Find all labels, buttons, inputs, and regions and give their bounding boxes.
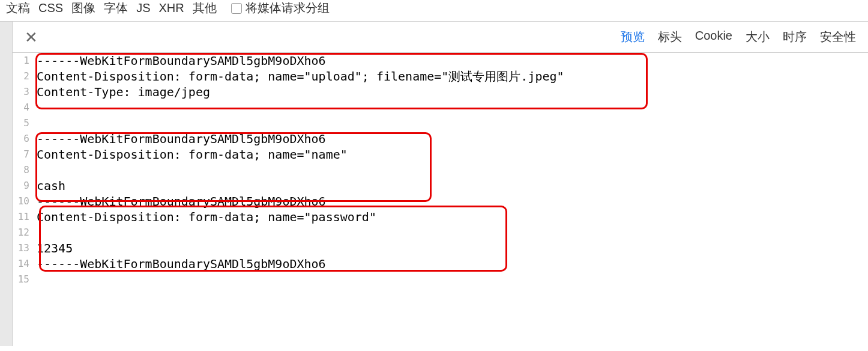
line-number: 1 [13, 53, 37, 69]
filter-css[interactable]: CSS [38, 1, 63, 15]
line-content: Content-Disposition: form-data; name="pa… [37, 209, 868, 225]
line-number: 11 [13, 209, 37, 225]
line-number: 3 [13, 84, 37, 100]
tab-security[interactable]: 安全性 [820, 29, 856, 45]
line-content: 12345 [37, 240, 868, 256]
line-content [37, 115, 868, 131]
filter-images[interactable]: 图像 [71, 0, 95, 16]
line-content: Content-Disposition: form-data; name="na… [37, 147, 868, 162]
detail-header: ✕ 预览 标头 Cookie 大小 时序 安全性 [13, 22, 868, 53]
tab-headers[interactable]: 标头 [658, 29, 682, 45]
code-line: 3Content-Type: image/jpeg [13, 84, 868, 100]
code-line: 1312345 [13, 240, 868, 256]
code-line: 14------WebKitFormBoundarySAMDl5gbM9oDXh… [13, 256, 868, 272]
line-content: ------WebKitFormBoundarySAMDl5gbM9oDXho6 [37, 131, 868, 147]
group-media-checkbox[interactable]: 将媒体请求分组 [231, 0, 330, 16]
code-table: 1------WebKitFormBoundarySAMDl5gbM9oDXho… [13, 53, 868, 287]
line-content: ------WebKitFormBoundarySAMDl5gbM9oDXho6 [37, 256, 868, 272]
line-number: 13 [13, 240, 37, 256]
line-content [37, 225, 868, 240]
line-number: 7 [13, 147, 37, 162]
tab-preview[interactable]: 预览 [621, 29, 645, 45]
detail-tabs: 预览 标头 Cookie 大小 时序 安全性 [621, 29, 856, 45]
line-content [37, 272, 868, 287]
line-number: 15 [13, 272, 37, 287]
code-line: 9cash [13, 178, 868, 194]
line-number: 4 [13, 100, 37, 115]
code-line: 10------WebKitFormBoundarySAMDl5gbM9oDXh… [13, 194, 868, 209]
line-number: 12 [13, 225, 37, 240]
code-line: 12 [13, 225, 868, 240]
code-line: 6------WebKitFormBoundarySAMDl5gbM9oDXho… [13, 131, 868, 147]
checkbox-icon [231, 3, 242, 14]
line-content [37, 100, 868, 115]
request-list-gutter[interactable] [0, 22, 12, 346]
line-number: 9 [13, 178, 37, 194]
line-number: 10 [13, 194, 37, 209]
filter-xhr[interactable]: XHR [158, 1, 184, 15]
code-line: 2Content-Disposition: form-data; name="u… [13, 69, 868, 84]
filter-bar: 文稿 CSS 图像 字体 JS XHR 其他 将媒体请求分组 [0, 0, 868, 22]
filter-js[interactable]: JS [136, 1, 150, 15]
line-number: 8 [13, 162, 37, 178]
filter-documents[interactable]: 文稿 [6, 0, 30, 16]
code-line: 5 [13, 115, 868, 131]
code-line: 4 [13, 100, 868, 115]
code-line: 1------WebKitFormBoundarySAMDl5gbM9oDXho… [13, 53, 868, 69]
code-line: 15 [13, 272, 868, 287]
group-media-label: 将媒体请求分组 [246, 0, 330, 16]
filter-other[interactable]: 其他 [193, 0, 217, 16]
detail-panel: ✕ 预览 标头 Cookie 大小 时序 安全性 1------WebKitFo… [12, 22, 868, 346]
code-line: 7Content-Disposition: form-data; name="n… [13, 147, 868, 162]
line-content: Content-Disposition: form-data; name="up… [37, 69, 868, 84]
tab-cookie[interactable]: Cookie [695, 29, 732, 45]
line-content: cash [37, 178, 868, 194]
tab-size[interactable]: 大小 [746, 29, 770, 45]
tab-timing[interactable]: 时序 [783, 29, 807, 45]
line-content: ------WebKitFormBoundarySAMDl5gbM9oDXho6 [37, 194, 868, 209]
line-number: 6 [13, 131, 37, 147]
line-number: 14 [13, 256, 37, 272]
line-number: 2 [13, 69, 37, 84]
line-content: Content-Type: image/jpeg [37, 84, 868, 100]
line-content [37, 162, 868, 178]
line-content: ------WebKitFormBoundarySAMDl5gbM9oDXho6 [37, 53, 868, 69]
code-line: 11Content-Disposition: form-data; name="… [13, 209, 868, 225]
filter-fonts[interactable]: 字体 [104, 0, 128, 16]
code-line: 8 [13, 162, 868, 178]
main-area: ✕ 预览 标头 Cookie 大小 时序 安全性 1------WebKitFo… [0, 22, 868, 346]
code-preview[interactable]: 1------WebKitFormBoundarySAMDl5gbM9oDXho… [13, 53, 868, 287]
line-number: 5 [13, 115, 37, 131]
close-icon[interactable]: ✕ [25, 29, 38, 45]
